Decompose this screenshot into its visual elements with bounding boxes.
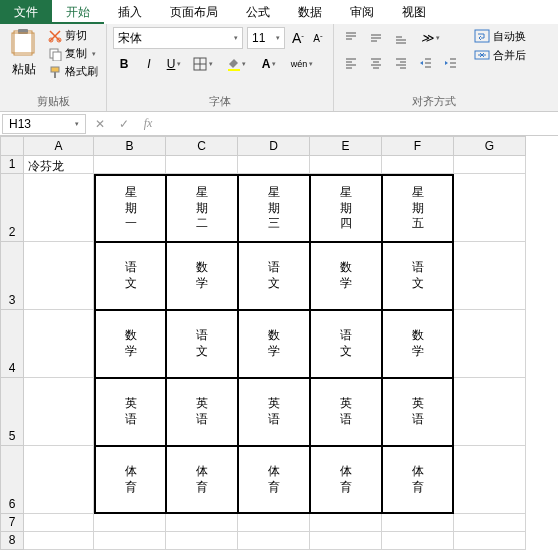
cell[interactable]: 语 文 xyxy=(166,310,238,378)
align-middle-button[interactable] xyxy=(365,27,387,49)
italic-button[interactable]: I xyxy=(138,53,160,75)
cell[interactable]: 体 育 xyxy=(166,446,238,514)
border-button[interactable]: ▾ xyxy=(188,53,218,75)
cell[interactable] xyxy=(454,446,526,514)
cell[interactable]: 体 育 xyxy=(382,446,454,514)
tab-insert[interactable]: 插入 xyxy=(104,0,156,24)
cell[interactable] xyxy=(24,378,94,446)
font-size-combo[interactable]: 11▾ xyxy=(247,27,285,49)
col-header[interactable]: E xyxy=(310,136,382,156)
cell[interactable]: 星 期 二 xyxy=(166,174,238,242)
formula-input[interactable] xyxy=(160,114,558,134)
cell[interactable] xyxy=(24,446,94,514)
font-color-button[interactable]: A▾ xyxy=(254,53,284,75)
col-header[interactable]: D xyxy=(238,136,310,156)
row-header[interactable]: 8 xyxy=(0,532,24,550)
cell[interactable]: 星 期 一 xyxy=(94,174,166,242)
increase-indent-button[interactable] xyxy=(440,52,462,74)
fill-color-button[interactable]: ▾ xyxy=(221,53,251,75)
cell[interactable] xyxy=(94,156,166,174)
cell[interactable]: 英 语 xyxy=(94,378,166,446)
cell[interactable] xyxy=(166,156,238,174)
cell[interactable] xyxy=(310,156,382,174)
tab-layout[interactable]: 页面布局 xyxy=(156,0,232,24)
cell[interactable]: 星 期 三 xyxy=(238,174,310,242)
row-header[interactable]: 6 xyxy=(0,446,24,514)
cell[interactable] xyxy=(24,174,94,242)
format-painter-button[interactable]: 格式刷 xyxy=(46,63,100,80)
row-header[interactable]: 7 xyxy=(0,514,24,532)
bold-button[interactable]: B xyxy=(113,53,135,75)
underline-button[interactable]: U▾ xyxy=(163,53,185,75)
row-header[interactable]: 3 xyxy=(0,242,24,310)
cancel-formula-button[interactable]: ✕ xyxy=(88,114,112,134)
cell[interactable]: 语 文 xyxy=(310,310,382,378)
align-left-button[interactable] xyxy=(340,52,362,74)
cell[interactable] xyxy=(24,532,94,550)
name-box[interactable]: H13▾ xyxy=(2,114,86,134)
select-all-corner[interactable] xyxy=(0,136,24,156)
orientation-button[interactable]: ≫▾ xyxy=(415,27,445,49)
cell[interactable]: 体 育 xyxy=(94,446,166,514)
cell[interactable] xyxy=(454,378,526,446)
decrease-font-button[interactable]: Aˇ xyxy=(309,29,327,47)
cell[interactable] xyxy=(454,156,526,174)
phonetic-button[interactable]: wén▾ xyxy=(287,53,317,75)
cell[interactable]: 数 学 xyxy=(94,310,166,378)
cell[interactable] xyxy=(24,242,94,310)
row-header[interactable]: 1 xyxy=(0,156,24,174)
align-bottom-button[interactable] xyxy=(390,27,412,49)
row-header[interactable]: 5 xyxy=(0,378,24,446)
cell[interactable] xyxy=(166,514,238,532)
tab-review[interactable]: 审阅 xyxy=(336,0,388,24)
tab-view[interactable]: 视图 xyxy=(388,0,440,24)
col-header[interactable]: C xyxy=(166,136,238,156)
cell[interactable]: 语 文 xyxy=(238,242,310,310)
cell[interactable]: 数 学 xyxy=(166,242,238,310)
merge-center-button[interactable]: 合并后 xyxy=(472,46,528,64)
cell[interactable] xyxy=(238,532,310,550)
cell[interactable] xyxy=(382,156,454,174)
accept-formula-button[interactable]: ✓ xyxy=(112,114,136,134)
cell[interactable]: 语 文 xyxy=(94,242,166,310)
paste-button[interactable]: 粘贴 xyxy=(6,27,42,93)
cell[interactable] xyxy=(24,310,94,378)
cell[interactable]: 体 育 xyxy=(310,446,382,514)
decrease-indent-button[interactable] xyxy=(415,52,437,74)
col-header[interactable]: F xyxy=(382,136,454,156)
font-name-combo[interactable]: 宋体▾ xyxy=(113,27,243,49)
increase-font-button[interactable]: Aˆ xyxy=(289,29,307,47)
cell[interactable]: 数 学 xyxy=(382,310,454,378)
cell[interactable] xyxy=(454,310,526,378)
cell[interactable]: 体 育 xyxy=(238,446,310,514)
cell[interactable] xyxy=(454,174,526,242)
cell-a1[interactable]: 冷芬龙 xyxy=(24,156,94,174)
cell[interactable]: 星 期 四 xyxy=(310,174,382,242)
cell[interactable] xyxy=(454,242,526,310)
tab-home[interactable]: 开始 xyxy=(52,0,104,24)
col-header[interactable]: G xyxy=(454,136,526,156)
cell[interactable]: 英 语 xyxy=(310,378,382,446)
cell[interactable]: 星 期 五 xyxy=(382,174,454,242)
cell[interactable] xyxy=(310,514,382,532)
cell[interactable]: 英 语 xyxy=(382,378,454,446)
tab-data[interactable]: 数据 xyxy=(284,0,336,24)
cell[interactable] xyxy=(238,156,310,174)
row-header[interactable]: 4 xyxy=(0,310,24,378)
cell[interactable]: 英 语 xyxy=(166,378,238,446)
cell[interactable]: 数 学 xyxy=(310,242,382,310)
cell[interactable] xyxy=(382,532,454,550)
copy-button[interactable]: 复制▾ xyxy=(46,45,100,62)
col-header[interactable]: A xyxy=(24,136,94,156)
col-header[interactable]: B xyxy=(94,136,166,156)
align-center-button[interactable] xyxy=(365,52,387,74)
align-right-button[interactable] xyxy=(390,52,412,74)
cell[interactable] xyxy=(166,532,238,550)
tab-formula[interactable]: 公式 xyxy=(232,0,284,24)
cut-button[interactable]: 剪切 xyxy=(46,27,100,44)
row-header[interactable]: 2 xyxy=(0,174,24,242)
cell[interactable]: 英 语 xyxy=(238,378,310,446)
fx-button[interactable]: fx xyxy=(136,114,160,134)
cell[interactable] xyxy=(382,514,454,532)
cell[interactable] xyxy=(238,514,310,532)
